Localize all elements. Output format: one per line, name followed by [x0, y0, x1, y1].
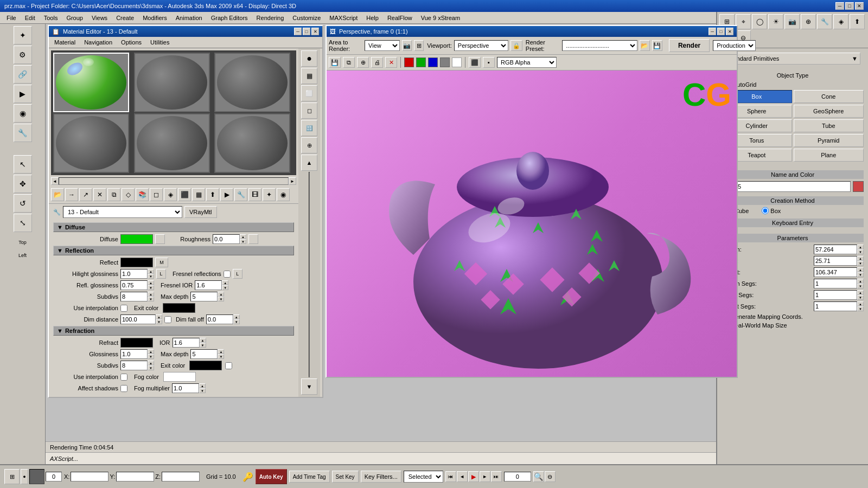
roughness-map-btn[interactable] [248, 234, 258, 244]
fog-mult-input[interactable] [172, 383, 199, 393]
copy-image-btn[interactable]: ⧉ [343, 57, 355, 68]
rp-btn-2nd-row-1[interactable]: 🔧 [817, 14, 832, 29]
rotate-btn[interactable]: ↺ [14, 194, 32, 213]
production-select[interactable]: Production [713, 40, 756, 51]
menu-rendering[interactable]: Rendering [252, 14, 289, 22]
length-input[interactable] [814, 245, 857, 254]
fog-mult-down-btn[interactable]: ▼ [199, 388, 206, 393]
maximize-button[interactable]: □ [845, 2, 854, 10]
ot-geosphere-btn[interactable]: GeoSphere [794, 105, 864, 118]
length-segs-input[interactable] [814, 279, 857, 288]
sphere-scrollbar[interactable] [59, 177, 289, 185]
refr-gloss-up-btn[interactable]: ▲ [148, 349, 154, 354]
mat-rt-btn-3[interactable]: ⬜ [301, 85, 317, 101]
menu-realflow[interactable]: RealFlow [383, 14, 417, 22]
assign-btn[interactable]: ↗ [79, 188, 92, 201]
fresnel-map-btn[interactable]: L [233, 269, 242, 279]
go-to-start-btn[interactable]: ⏮ [445, 471, 456, 482]
create-panel-btn[interactable]: ✦ [14, 26, 32, 44]
ior-up-btn[interactable]: ▲ [200, 338, 206, 343]
pan-btn[interactable]: ● [21, 469, 28, 484]
dim-dist-down-btn[interactable]: ▼ [156, 319, 162, 324]
keyboard-entry-title[interactable]: Keyboard Entry [722, 219, 864, 227]
color-mode-select[interactable]: RGB Alpha [497, 57, 557, 68]
clear-btn[interactable]: ✕ [385, 57, 397, 68]
hilight-lock-btn[interactable]: L [156, 269, 166, 279]
object-color-swatch[interactable] [853, 181, 864, 192]
refr-gloss-input[interactable] [120, 349, 148, 359]
hilight-down-btn[interactable]: ▼ [148, 274, 154, 279]
viewport-close-btn[interactable]: ✕ [726, 28, 733, 35]
x-coord-input[interactable] [71, 472, 108, 481]
menu-views[interactable]: Views [87, 14, 112, 22]
display-panel-btn[interactable]: ◉ [14, 104, 32, 123]
menu-vue[interactable]: Vue 9 xStream [417, 14, 464, 22]
fresnel-ior-input[interactable] [195, 280, 222, 290]
menu-file[interactable]: File [2, 14, 21, 22]
diffuse-color-swatch[interactable] [120, 234, 153, 244]
use-interp-checkbox[interactable] [120, 305, 127, 312]
refr-max-depth-up-btn[interactable]: ▲ [218, 349, 224, 354]
ior-down-btn[interactable]: ▼ [200, 343, 206, 348]
menu-help[interactable]: Help [362, 14, 383, 22]
hilight-input[interactable] [120, 269, 148, 279]
add-time-tag-button[interactable]: Add Time Tag [289, 471, 330, 483]
alpha-channel-btn[interactable] [440, 57, 450, 67]
max-depth-input[interactable] [190, 292, 218, 301]
prev-frame-btn[interactable]: ◄ [457, 471, 468, 482]
select-by-material-btn[interactable]: ◻ [150, 188, 163, 201]
mat-rt-btn-6[interactable]: ⊕ [301, 137, 317, 153]
modify-panel-btn[interactable]: ⚙ [14, 46, 32, 64]
max-depth-down-btn[interactable]: ▼ [218, 297, 224, 301]
menu-group[interactable]: Group [62, 14, 87, 22]
render-preset-btn2[interactable]: 💾 [652, 40, 662, 51]
refl-gloss-input[interactable] [120, 280, 148, 290]
sphere-3[interactable] [214, 53, 290, 112]
refr-max-depth-down-btn[interactable]: ▼ [218, 354, 224, 359]
material-type-button[interactable]: VRayMtl [184, 206, 217, 218]
get-material-btn[interactable]: 📂 [51, 188, 64, 201]
show-in-viewport-btn[interactable]: ◈ [164, 188, 177, 201]
rp-btn-create[interactable]: ⌖ [736, 14, 751, 29]
sphere-6[interactable] [214, 113, 290, 173]
mat-rt-btn-2[interactable]: ▦ [301, 68, 317, 84]
show-final-result-btn[interactable]: ▦ [192, 188, 205, 201]
motion-panel-btn[interactable]: ▶ [14, 85, 32, 103]
diffuse-map-btn[interactable] [155, 234, 165, 244]
close-button[interactable]: ✕ [855, 2, 864, 10]
exit-color2-swatch[interactable] [189, 361, 222, 370]
subdivs-input[interactable] [120, 292, 148, 301]
mat-rt-btn-1[interactable]: ● [301, 50, 317, 67]
mat-rt-btn-5[interactable]: 🔡 [301, 120, 317, 136]
standard-primitives-dropdown[interactable]: Standard Primitives ▼ [725, 53, 860, 65]
menu-customize[interactable]: Customize [288, 14, 325, 22]
dim-dist-up-btn[interactable]: ▲ [156, 314, 162, 319]
fresnel-checkbox[interactable] [224, 271, 231, 278]
object-name-input[interactable] [722, 181, 851, 192]
mat-menu-navigation[interactable]: Navigation [80, 38, 117, 47]
subdivs-down-btn[interactable]: ▼ [148, 297, 154, 301]
menu-animation[interactable]: Animation [171, 14, 207, 22]
menu-graph-editors[interactable]: Graph Editors [207, 14, 252, 22]
mat-menu-options[interactable]: Options [117, 38, 146, 47]
mat-editor-close-btn[interactable]: ✕ [311, 28, 319, 35]
fresnel-ior-up-btn[interactable]: ▲ [222, 280, 228, 285]
ot-plane-btn[interactable]: Plane [794, 149, 864, 162]
roughness-input[interactable] [213, 234, 240, 244]
zoom-in-btn[interactable]: 🔍 [533, 471, 544, 482]
sphere-4[interactable] [53, 113, 129, 173]
time-input[interactable] [504, 472, 531, 481]
render-preset-select[interactable]: .......................... [562, 40, 637, 51]
zoom-extents-btn[interactable]: ⊞ [4, 469, 20, 484]
mat-rt-scroll-up[interactable]: ▲ [301, 155, 317, 171]
affect-shadows-checkbox[interactable] [120, 385, 127, 392]
mono-channel-btn[interactable] [452, 57, 462, 67]
menu-maxscript[interactable]: MAXScript [325, 14, 362, 22]
area-render-btn1[interactable]: 📷 [402, 40, 412, 51]
width-segs-input[interactable] [814, 290, 857, 300]
sphere-5[interactable] [134, 113, 210, 173]
dim-dist-checkbox[interactable] [164, 316, 171, 323]
max-depth-up-btn[interactable]: ▲ [218, 292, 224, 297]
height-segs-down-btn[interactable]: ▼ [857, 306, 864, 311]
mat-rt-scroll-down[interactable]: ▼ [301, 378, 317, 395]
